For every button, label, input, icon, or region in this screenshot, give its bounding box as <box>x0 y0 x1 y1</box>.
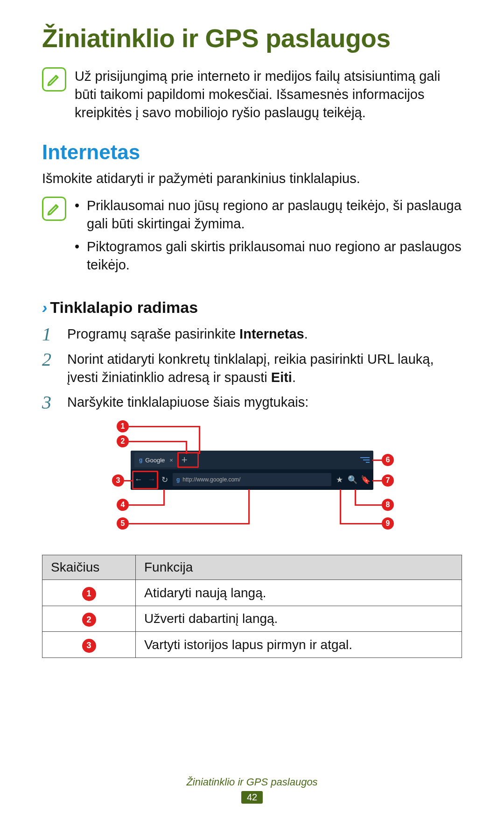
callout-badge: 6 <box>382 454 394 466</box>
page-number: 42 <box>241 791 263 804</box>
function-cell: Atidaryti naują langą. <box>136 580 462 606</box>
step-number: 1 <box>42 325 58 344</box>
section-note: •Priklausomai nuo jūsų regiono ar paslau… <box>42 197 462 279</box>
subsection-heading: ›Tinklalapio radimas <box>42 298 462 317</box>
step-item: 3 Naršykite tinklalapiuose šiais mygtuka… <box>42 393 462 412</box>
table-row: 1 Atidaryti naują langą. <box>42 580 462 606</box>
menu-icon <box>360 457 370 463</box>
chevron-icon: › <box>42 298 47 316</box>
callout-badge: 3 <box>112 474 124 487</box>
number-badge: 2 <box>82 613 96 627</box>
footer-title: Žiniatinklio ir GPS paslaugos <box>0 776 504 788</box>
section-intro: Išmokite atidaryti ir pažymėti parankini… <box>42 170 462 188</box>
reload-icon: ↻ <box>160 475 170 485</box>
tab-label: Google <box>145 457 165 464</box>
step-number: 3 <box>42 393 58 412</box>
note-item: Priklausomai nuo jūsų regiono ar paslaug… <box>87 197 462 233</box>
site-favicon-icon: g <box>176 476 180 483</box>
browser-tab: g Google × <box>134 452 178 467</box>
step-item: 2 Norint atidaryti konkretų tinklalapį, … <box>42 350 462 387</box>
pencil-note-icon <box>42 67 66 92</box>
callout-badge: 1 <box>117 420 129 432</box>
bookmark-icon: 🔖 <box>360 475 371 485</box>
browser-toolbar: ← → ↻ g http://www.google.com/ ★ 🔍 🔖 <box>131 469 373 490</box>
step-item: 1 Programų sąraše pasirinkite Internetas… <box>42 325 462 344</box>
function-cell: Vartyti istorijos lapus pirmyn ir atgal. <box>136 632 462 658</box>
tab-bar: g Google × + <box>131 451 373 469</box>
callout-badge: 9 <box>382 517 394 530</box>
callout-badge: 5 <box>117 517 129 530</box>
pencil-note-icon <box>42 197 66 221</box>
section-heading: Internetas <box>42 141 462 164</box>
number-badge: 3 <box>82 639 96 653</box>
section-note-list: •Priklausomai nuo jūsų regiono ar paslau… <box>75 197 462 279</box>
step-number: 2 <box>42 350 58 387</box>
browser-diagram: g Google × + ← → ↻ g http://www.google.c… <box>79 420 425 542</box>
callout-badge: 7 <box>382 474 394 487</box>
info-note: Už prisijungimą prie interneto ir medijo… <box>42 67 462 122</box>
function-table: Skaičius Funkcija 1 Atidaryti naują lang… <box>42 555 462 658</box>
steps-list: 1 Programų sąraše pasirinkite Internetas… <box>42 325 462 412</box>
google-favicon-icon: g <box>139 457 142 463</box>
search-icon: 🔍 <box>347 475 357 485</box>
browser-mock: g Google × + ← → ↻ g http://www.google.c… <box>131 451 373 490</box>
table-header-number: Skaičius <box>42 555 136 580</box>
callout-badge: 8 <box>382 499 394 511</box>
close-tab-icon: × <box>169 457 173 464</box>
url-input: g http://www.google.com/ <box>173 473 331 486</box>
url-text: http://www.google.com/ <box>182 476 240 483</box>
callout-badge: 4 <box>117 499 129 511</box>
callout-badge: 2 <box>117 435 129 447</box>
number-badge: 1 <box>82 587 96 601</box>
star-icon: ★ <box>334 475 344 485</box>
page-title: Žiniatinklio ir GPS paslaugos <box>42 23 462 53</box>
table-row: 2 Užverti dabartinį langą. <box>42 606 462 632</box>
highlight-box <box>132 471 158 489</box>
highlight-box <box>177 452 199 468</box>
info-note-text: Už prisijungimą prie interneto ir medijo… <box>75 67 462 122</box>
note-item: Piktogramos gali skirtis priklausomai nu… <box>87 238 462 274</box>
function-cell: Užverti dabartinį langą. <box>136 606 462 632</box>
page-footer: Žiniatinklio ir GPS paslaugos 42 <box>0 776 504 804</box>
table-header-function: Funkcija <box>136 555 462 580</box>
table-row: 3 Vartyti istorijos lapus pirmyn ir atga… <box>42 632 462 658</box>
